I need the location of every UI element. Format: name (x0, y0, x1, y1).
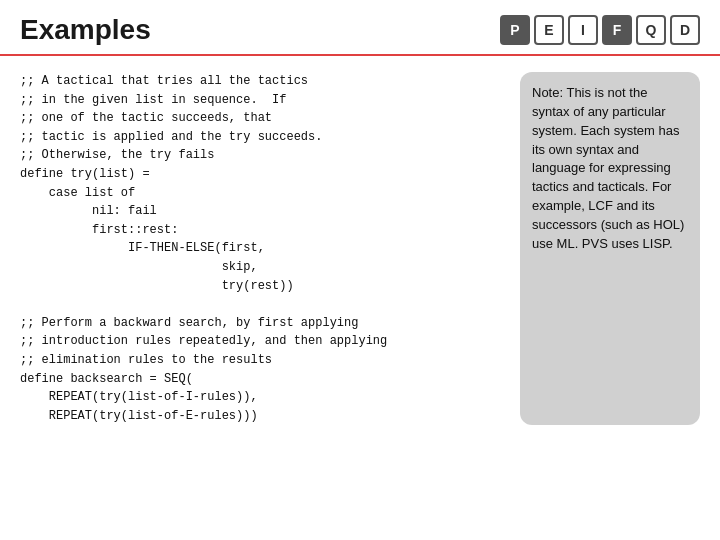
header: Examples P E I F Q D (0, 0, 720, 54)
icon-buttons: P E I F Q D (500, 15, 700, 45)
note-box: Note: This is not the syntax of any part… (520, 72, 700, 425)
icon-q-button[interactable]: Q (636, 15, 666, 45)
note-text: Note: This is not the syntax of any part… (532, 85, 684, 251)
icon-e-button[interactable]: E (534, 15, 564, 45)
icon-i-button[interactable]: I (568, 15, 598, 45)
main-content: ;; A tactical that tries all the tactics… (0, 56, 720, 435)
icon-d-button[interactable]: D (670, 15, 700, 45)
icon-f-button[interactable]: F (602, 15, 632, 45)
page: Examples P E I F Q D ;; A tactical that … (0, 0, 720, 540)
page-title: Examples (20, 14, 151, 46)
icon-p-button[interactable]: P (500, 15, 530, 45)
code-block: ;; A tactical that tries all the tactics… (20, 72, 504, 425)
